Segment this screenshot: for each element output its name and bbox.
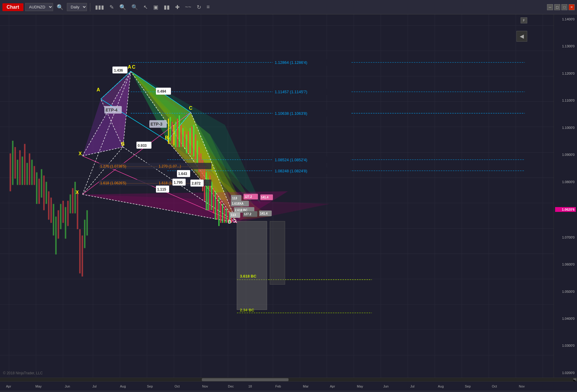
svg-text:X: X xyxy=(79,151,82,156)
zoom-out-icon[interactable]: 🔍 xyxy=(130,3,140,12)
svg-rect-115 xyxy=(170,117,171,141)
svg-text:127.2: 127.2 xyxy=(244,212,251,216)
svg-text:3.618 BC: 3.618 BC xyxy=(240,274,256,278)
svg-text:1.11457 (1.1145'7): 1.11457 (1.1145'7) xyxy=(275,90,307,94)
svg-text:1.795: 1.795 xyxy=(174,180,183,185)
svg-rect-118 xyxy=(175,122,176,147)
chart-main[interactable]: 1.12864 (1.1286'4) 1.11457 (1.1145'7) 1.… xyxy=(0,14,554,378)
svg-rect-124 xyxy=(186,134,187,153)
svg-rect-119 xyxy=(177,119,178,147)
maximize-button[interactable]: □ xyxy=(561,4,567,10)
search-icon[interactable]: 🔍 xyxy=(55,3,65,12)
time-label-dec: Dec xyxy=(228,385,234,388)
svg-rect-62 xyxy=(72,188,73,213)
price-label-13000: 1.1300'0 xyxy=(555,44,576,48)
svg-text:© 2018 NinjaTrader, LLC: © 2018 NinjaTrader, LLC xyxy=(3,371,43,375)
refresh-icon[interactable]: ↻ xyxy=(195,3,203,12)
svg-rect-48 xyxy=(38,179,40,204)
svg-rect-146 xyxy=(226,209,227,223)
svg-rect-122 xyxy=(182,128,184,147)
time-label-aug2: Aug xyxy=(438,385,444,388)
svg-rect-53 xyxy=(50,197,52,223)
bars-icon[interactable]: ▮▮▮ xyxy=(93,3,106,12)
svg-text:141.4: 141.4 xyxy=(261,196,268,199)
svg-rect-50 xyxy=(43,175,45,210)
pencil-icon[interactable]: ✎ xyxy=(108,3,116,12)
svg-rect-135 xyxy=(206,172,207,210)
svg-rect-61 xyxy=(70,195,71,213)
lines-icon[interactable]: ≡ xyxy=(205,3,212,11)
svg-text:A: A xyxy=(97,87,100,92)
svg-rect-60 xyxy=(67,201,69,226)
zoom-in-icon[interactable]: 🔍 xyxy=(118,3,128,12)
svg-text:1.08248 (1.0824'8): 1.08248 (1.0824'8) xyxy=(275,169,307,173)
price-label-10500: 1.0600'0 xyxy=(555,263,576,266)
f-button[interactable]: F xyxy=(521,17,527,23)
time-label-may: May xyxy=(35,385,42,388)
scrollbar-thumb[interactable] xyxy=(202,378,288,381)
svg-rect-145 xyxy=(224,207,225,223)
svg-rect-67 xyxy=(84,220,85,248)
svg-rect-68 xyxy=(86,210,88,235)
svg-rect-43 xyxy=(26,163,28,185)
scrollbar-area[interactable]: ▶ xyxy=(0,378,577,381)
restore-button[interactable]: ◻ xyxy=(554,4,560,10)
svg-text:1.08524 (1.0852'4): 1.08524 (1.0852'4) xyxy=(275,158,307,162)
svg-rect-63 xyxy=(74,182,76,213)
price-label-10100: 1.0200'0 xyxy=(555,371,576,375)
price-label-10900: 1.1000'0 xyxy=(555,126,576,129)
svg-text:127.2: 127.2 xyxy=(244,195,252,198)
svg-text:2.872: 2.872 xyxy=(192,181,201,186)
close-button[interactable]: ✕ xyxy=(569,4,575,10)
svg-rect-46 xyxy=(34,166,35,185)
svg-text:0.933: 0.933 xyxy=(138,143,147,147)
camera-icon[interactable]: ▣ xyxy=(151,3,160,12)
price-label-12000: 1.1200'0 xyxy=(555,72,576,75)
chart-title-button[interactable]: Chart xyxy=(2,3,23,11)
svg-rect-144 xyxy=(222,204,223,223)
svg-text:D: D xyxy=(228,219,232,224)
svg-rect-142 xyxy=(218,197,220,226)
minimize-button[interactable]: ─ xyxy=(547,4,553,10)
svg-text:113: 113 xyxy=(231,213,236,217)
svg-text:ETP-3: ETP-3 xyxy=(151,122,163,126)
price-label-current: 1.0620'6 xyxy=(555,207,576,212)
price-label-14000: 1.1400'0 xyxy=(555,17,576,21)
wave-icon[interactable]: ~~ xyxy=(183,3,193,11)
svg-rect-129 xyxy=(195,134,196,159)
chart-container: 1.12864 (1.1286'4) 1.11457 (1.1145'7) 1.… xyxy=(0,14,577,378)
svg-text:1.643: 1.643 xyxy=(178,172,187,176)
pause-icon[interactable]: ▮▮ xyxy=(162,3,172,12)
price-label-11000: 1.1100'0 xyxy=(555,99,576,102)
svg-text:ETP-4: ETP-4 xyxy=(106,107,118,112)
svg-rect-130 xyxy=(197,141,198,163)
svg-rect-57 xyxy=(60,204,61,229)
svg-rect-47 xyxy=(36,172,37,204)
svg-rect-55 xyxy=(55,217,57,254)
svg-text:1.436: 1.436 xyxy=(114,68,123,72)
tab-bar: AUDNZD + xyxy=(0,391,577,392)
svg-text:141.4: 141.4 xyxy=(260,212,268,215)
time-label-jul: Jul xyxy=(92,385,97,388)
timeframe-selector[interactable]: Daily xyxy=(67,3,87,11)
svg-rect-56 xyxy=(58,210,59,239)
grid-icon[interactable]: ✚ xyxy=(173,3,181,12)
back-button[interactable]: ◀ xyxy=(516,31,527,42)
time-label-oct2: Oct xyxy=(492,385,497,388)
time-label-jun2: Jun xyxy=(383,385,389,388)
time-label-apr: Apr xyxy=(6,385,11,388)
cursor-icon[interactable]: ↖ xyxy=(142,3,150,12)
scroll-right-arrow[interactable]: ▶ xyxy=(573,378,576,381)
svg-text:1.618XA: 1.618XA xyxy=(232,202,244,205)
price-label-10300: 1.0400'0 xyxy=(555,317,576,320)
chart-svg: 1.12864 (1.1286'4) 1.11457 (1.1145'7) 1.… xyxy=(0,14,554,378)
svg-rect-112 xyxy=(237,221,267,310)
svg-rect-64 xyxy=(77,191,78,229)
svg-rect-41 xyxy=(22,156,23,185)
svg-rect-123 xyxy=(184,131,185,147)
symbol-selector[interactable]: AUDNZD xyxy=(25,3,53,11)
svg-text:1.115: 1.115 xyxy=(157,187,166,192)
svg-rect-44 xyxy=(29,153,30,185)
time-label-jun: Jun xyxy=(65,385,70,388)
svg-rect-52 xyxy=(48,191,49,220)
